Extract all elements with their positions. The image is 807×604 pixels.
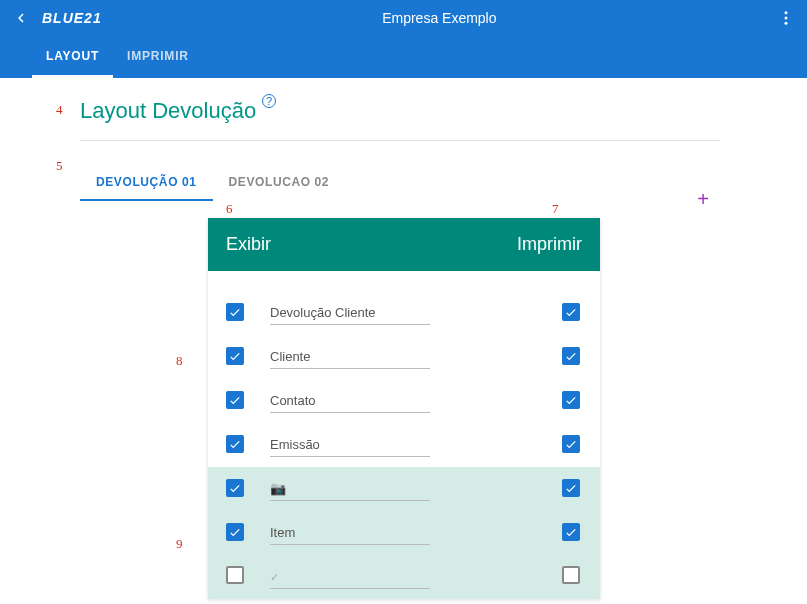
imprimir-checkbox[interactable]: [562, 566, 580, 584]
help-icon[interactable]: ?: [262, 94, 276, 108]
top-tabs: LAYOUT IMPRIMIR: [0, 36, 807, 78]
exibir-checkbox[interactable]: [226, 435, 244, 453]
check-icon: [564, 525, 578, 539]
table-row: ✓: [208, 555, 600, 599]
field-input[interactable]: [270, 345, 430, 369]
exibir-checkbox[interactable]: [226, 303, 244, 321]
chevron-left-icon: [12, 9, 30, 27]
check-icon: [564, 481, 578, 495]
content-area: 4 5 6 7 8 9 Layout Devolução ? DEVOLUÇÃO…: [0, 78, 807, 201]
marker-6: 6: [226, 201, 233, 217]
check-icon: [228, 305, 242, 319]
header-exibir: Exibir: [226, 234, 271, 255]
field-input[interactable]: [270, 301, 430, 325]
table-row: [208, 291, 600, 335]
marker-9: 9: [176, 536, 183, 552]
table-row: [208, 379, 600, 423]
add-button[interactable]: +: [697, 188, 709, 211]
marker-7: 7: [552, 201, 559, 217]
field-checkmark[interactable]: ✓: [270, 565, 430, 589]
field-cell: [270, 301, 502, 325]
field-cell: ✓: [270, 565, 502, 589]
check-icon: [228, 481, 242, 495]
field-cell: 📷: [270, 477, 502, 501]
back-button[interactable]: [12, 9, 30, 27]
svg-point-1: [785, 17, 788, 20]
imprimir-checkbox[interactable]: [562, 391, 580, 409]
camera-icon: 📷: [270, 481, 286, 496]
field-cell: [270, 389, 502, 413]
top-bar: BLUE21 Empresa Exemplo: [0, 0, 807, 36]
page-title: Layout Devolução: [80, 98, 256, 124]
exibir-checkbox[interactable]: [226, 347, 244, 365]
company-title: Empresa Exemplo: [102, 10, 777, 26]
check-icon: [564, 437, 578, 451]
tab-imprimir[interactable]: IMPRIMIR: [113, 37, 203, 78]
dots-vertical-icon: [777, 9, 795, 27]
layout-card: Exibir Imprimir 📷✓: [208, 218, 600, 599]
table-row: [208, 423, 600, 467]
imprimir-checkbox[interactable]: [562, 435, 580, 453]
table-row: [208, 511, 600, 555]
checkmark-icon: ✓: [270, 571, 279, 583]
exibir-checkbox[interactable]: [226, 523, 244, 541]
marker-5: 5: [56, 158, 63, 174]
marker-4: 4: [56, 102, 63, 118]
imprimir-checkbox[interactable]: [562, 303, 580, 321]
header-imprimir: Imprimir: [517, 234, 582, 255]
sub-tab-devolucao-01[interactable]: DEVOLUÇÃO 01: [80, 165, 213, 201]
logo: BLUE21: [42, 10, 102, 26]
plus-icon: +: [697, 188, 709, 210]
page-title-row: Layout Devolução ?: [80, 98, 807, 124]
check-icon: [228, 393, 242, 407]
exibir-checkbox[interactable]: [226, 479, 244, 497]
check-icon: [228, 349, 242, 363]
field-input[interactable]: [270, 433, 430, 457]
table-row: [208, 335, 600, 379]
table-row: 📷: [208, 467, 600, 511]
field-input[interactable]: [270, 521, 430, 545]
exibir-checkbox[interactable]: [226, 566, 244, 584]
exibir-checkbox[interactable]: [226, 391, 244, 409]
imprimir-checkbox[interactable]: [562, 347, 580, 365]
check-icon: [564, 393, 578, 407]
check-icon: [564, 349, 578, 363]
svg-point-2: [785, 22, 788, 25]
field-cell: [270, 521, 502, 545]
check-icon: [228, 437, 242, 451]
sub-tab-devolucao-02[interactable]: DEVOLUCAO 02: [213, 165, 346, 201]
field-input[interactable]: [270, 389, 430, 413]
title-divider: [80, 140, 720, 141]
svg-point-0: [785, 11, 788, 14]
overflow-menu-button[interactable]: [777, 9, 795, 27]
marker-8: 8: [176, 353, 183, 369]
field-cell: [270, 433, 502, 457]
card-header: Exibir Imprimir: [208, 218, 600, 271]
imprimir-checkbox[interactable]: [562, 523, 580, 541]
imprimir-checkbox[interactable]: [562, 479, 580, 497]
tab-layout[interactable]: LAYOUT: [32, 37, 113, 78]
field-cell: [270, 345, 502, 369]
card-body: 📷✓: [208, 271, 600, 599]
check-icon: [564, 305, 578, 319]
field-camera[interactable]: 📷: [270, 477, 430, 501]
check-icon: [228, 525, 242, 539]
